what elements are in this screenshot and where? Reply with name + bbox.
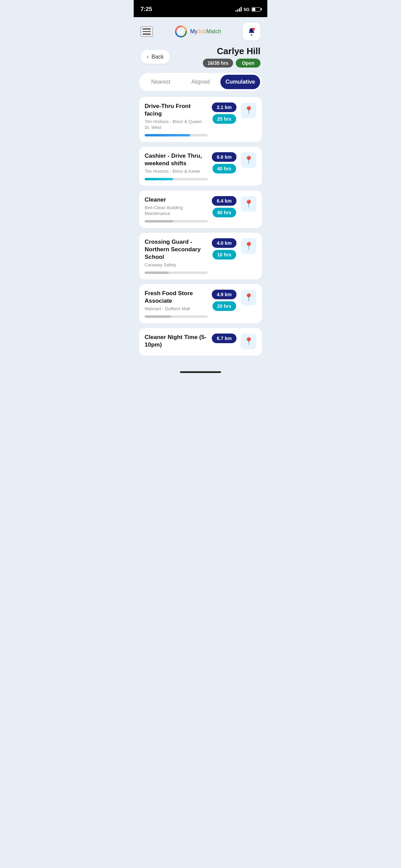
signal-icon (235, 7, 242, 12)
job-card-3-info: Cleaner Bee-Clean Building Maintenance (145, 196, 208, 222)
back-button[interactable]: ‹ Back (141, 50, 170, 64)
logo-checkmark-icon (174, 25, 187, 38)
job-card-4-meta: 4.0 km 10 hrs (212, 238, 236, 260)
job-card-2[interactable]: Cashier - Drive Thru, weekend shifts Tim… (139, 147, 262, 186)
job-distance-1: 2.1 km (212, 103, 236, 112)
job-card-3-meta: 6.4 km 40 hrs (212, 196, 236, 217)
job-card-1-info: Drive-Thru Front facing Tim Hortons - Bl… (145, 103, 208, 136)
status-badge: Open (236, 59, 260, 68)
status-bar: 7:25 5G (134, 0, 267, 17)
user-info: Carlye Hill 16/35 hrs Open (203, 46, 261, 68)
job-card-2-meta: 6.6 km 40 hrs (212, 152, 236, 173)
location-button-3[interactable]: 📍 (241, 196, 256, 212)
tab-nearest[interactable]: Nearest (141, 75, 181, 89)
job-hours-3: 40 hrs (212, 208, 236, 217)
location-button-4[interactable]: 📍 (241, 238, 256, 254)
job-progress-1 (145, 134, 208, 136)
app-header: MyJobMatch ! (134, 17, 267, 46)
home-bar (180, 371, 221, 373)
job-company-5: Walmart - Dufferin Mall (145, 306, 208, 312)
job-hours-2: 40 hrs (212, 164, 236, 173)
job-card-4-info: Crossing Guard - Northern Secondary Scho… (145, 238, 208, 274)
logo-job: Job (197, 28, 206, 34)
job-progress-4 (145, 272, 208, 274)
job-title-4: Crossing Guard - Northern Secondary Scho… (145, 238, 208, 261)
location-button-5[interactable]: 📍 (241, 290, 256, 305)
location-pin-icon-3: 📍 (244, 200, 253, 208)
location-pin-icon-6: 📍 (244, 337, 253, 346)
tab-cumulative[interactable]: Cumulative (220, 75, 260, 89)
back-arrow-icon: ‹ (147, 53, 149, 60)
user-badges: 16/35 hrs Open (203, 59, 261, 68)
job-card-6-info: Cleaner Night Time (5-10pm) (145, 334, 208, 350)
job-company-2: Tim Hortons - Bloor & Keele (145, 169, 208, 174)
bell-icon: ! (247, 27, 256, 36)
app-logo: MyJobMatch (174, 25, 221, 38)
location-button-1[interactable]: 📍 (241, 103, 256, 118)
job-progress-2 (145, 178, 208, 180)
logo-my: My (190, 28, 197, 34)
job-progress-fill-2 (145, 178, 173, 180)
job-company-1: Tim Hortons - Bloor & Queen St. West (145, 119, 208, 131)
location-button-2[interactable]: 📍 (241, 152, 256, 168)
job-card-4[interactable]: Crossing Guard - Northern Secondary Scho… (139, 233, 262, 279)
job-card-1[interactable]: Drive-Thru Front facing Tim Hortons - Bl… (139, 97, 262, 142)
job-progress-fill-1 (145, 134, 190, 136)
job-hours-1: 25 hrs (212, 114, 236, 124)
job-progress-5 (145, 315, 208, 318)
job-card-3[interactable]: Cleaner Bee-Clean Building Maintenance 6… (139, 191, 262, 228)
network-type: 5G (244, 7, 250, 12)
back-label: Back (151, 54, 164, 60)
location-pin-icon-1: 📍 (244, 106, 253, 115)
job-progress-3 (145, 220, 208, 222)
tab-aligned[interactable]: Aligned (181, 75, 220, 89)
job-card-6-meta: 6.7 km (212, 334, 236, 343)
menu-button[interactable] (141, 26, 153, 37)
main-content: Nearest Aligned Cumulative Drive-Thru Fr… (134, 73, 267, 367)
user-name: Carlye Hill (203, 46, 261, 57)
svg-point-1 (251, 34, 252, 36)
location-pin-icon-2: 📍 (244, 156, 253, 165)
job-card-2-info: Cashier - Drive Thru, weekend shifts Tim… (145, 152, 208, 180)
menu-line-3 (143, 34, 151, 35)
job-card-5-info: Fresh Food Store Associate Walmart - Duf… (145, 290, 208, 318)
job-title-1: Drive-Thru Front facing (145, 103, 208, 118)
job-progress-fill-3 (145, 220, 173, 222)
notification-button[interactable]: ! (243, 23, 260, 40)
job-progress-fill-4 (145, 272, 169, 274)
job-progress-fill-5 (145, 315, 171, 318)
hours-badge: 16/35 hrs (203, 59, 233, 68)
job-card-1-meta: 2.1 km 25 hrs (212, 103, 236, 124)
job-distance-4: 4.0 km (212, 238, 236, 248)
job-hours-4: 10 hrs (212, 250, 236, 260)
location-pin-icon-4: 📍 (244, 242, 253, 251)
job-card-6[interactable]: Cleaner Night Time (5-10pm) 6.7 km 📍 (139, 328, 262, 355)
location-button-6[interactable]: 📍 (241, 334, 256, 349)
job-title-5: Fresh Food Store Associate (145, 290, 208, 305)
job-title-6: Cleaner Night Time (5-10pm) (145, 334, 208, 349)
job-company-4: Caraway Safety (145, 262, 208, 268)
job-distance-5: 4.9 km (212, 290, 236, 299)
job-title-3: Cleaner (145, 196, 208, 204)
job-hours-5: 20 hrs (212, 301, 236, 311)
status-time: 7:25 (141, 6, 152, 13)
menu-line-2 (143, 31, 151, 32)
job-distance-6: 6.7 km (212, 334, 236, 343)
menu-line-1 (143, 28, 151, 29)
job-card-5-meta: 4.9 km 20 hrs (212, 290, 236, 311)
logo-text: MyJobMatch (190, 28, 221, 35)
location-pin-icon-5: 📍 (244, 293, 253, 302)
job-company-3: Bee-Clean Building Maintenance (145, 205, 208, 217)
battery-icon (252, 7, 260, 12)
home-indicator (134, 367, 267, 376)
job-distance-2: 6.6 km (212, 152, 236, 162)
job-distance-3: 6.4 km (212, 196, 236, 206)
job-card-5[interactable]: Fresh Food Store Associate Walmart - Duf… (139, 284, 262, 323)
tab-selector: Nearest Aligned Cumulative (139, 73, 262, 91)
user-bar: ‹ Back Carlye Hill 16/35 hrs Open (134, 46, 267, 73)
logo-match: Match (206, 28, 221, 34)
job-title-2: Cashier - Drive Thru, weekend shifts (145, 152, 208, 167)
status-icons: 5G (235, 7, 260, 12)
